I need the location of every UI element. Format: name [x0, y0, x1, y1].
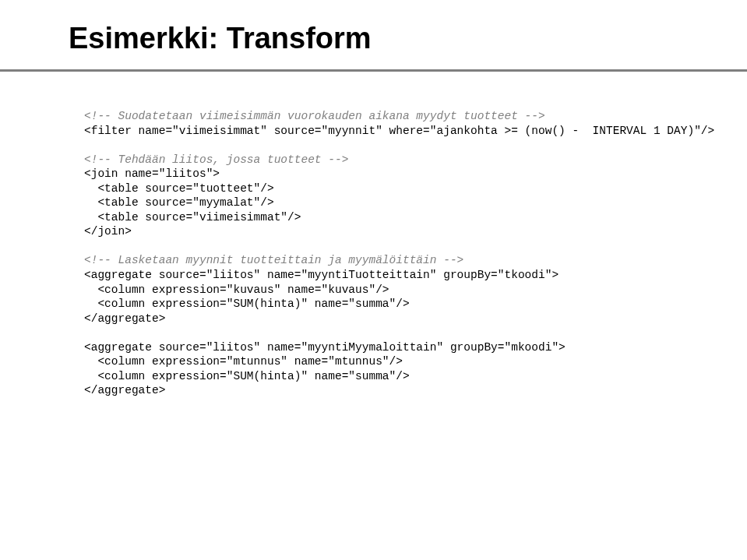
slide-title: Esimerkki: Transform — [0, 22, 747, 55]
code-line: <aggregate source="liitos" name="myyntiT… — [84, 269, 558, 281]
code-comment: <!-- Lasketaan myynnit tuotteittain ja m… — [84, 254, 463, 266]
code-line: </aggregate> — [84, 312, 165, 325]
code-comment: <!-- Tehdään liitos, jossa tuotteet --> — [84, 153, 348, 166]
code-line: <table source="tuotteet"/> — [84, 182, 274, 195]
code-line: </aggregate> — [84, 384, 165, 396]
code-comment: <!-- Suodatetaan viimeisimmän vuorokaude… — [84, 110, 545, 122]
code-line: <table source="myymalat"/> — [84, 196, 274, 209]
code-line: <filter name="viimeisimmat" source="myyn… — [84, 125, 714, 137]
code-line: <column expression="SUM(hinta)" name="su… — [84, 370, 410, 382]
code-line: <aggregate source="liitos" name="myyntiM… — [84, 341, 566, 354]
code-line: <column expression="kuvaus" name="kuvaus… — [84, 284, 389, 296]
code-line: </join> — [84, 225, 132, 238]
code-example: <!-- Suodatetaan viimeisimmän vuorokaude… — [0, 72, 747, 398]
code-line: <join name="liitos"> — [84, 167, 220, 180]
code-line: <column expression="SUM(hinta)" name="su… — [84, 298, 410, 310]
slide: Esimerkki: Transform <!-- Suodatetaan vi… — [0, 0, 747, 560]
code-line: <table source="viimeisimmat"/> — [84, 211, 301, 224]
code-line: <column expression="mtunnus" name="mtunn… — [84, 355, 403, 368]
